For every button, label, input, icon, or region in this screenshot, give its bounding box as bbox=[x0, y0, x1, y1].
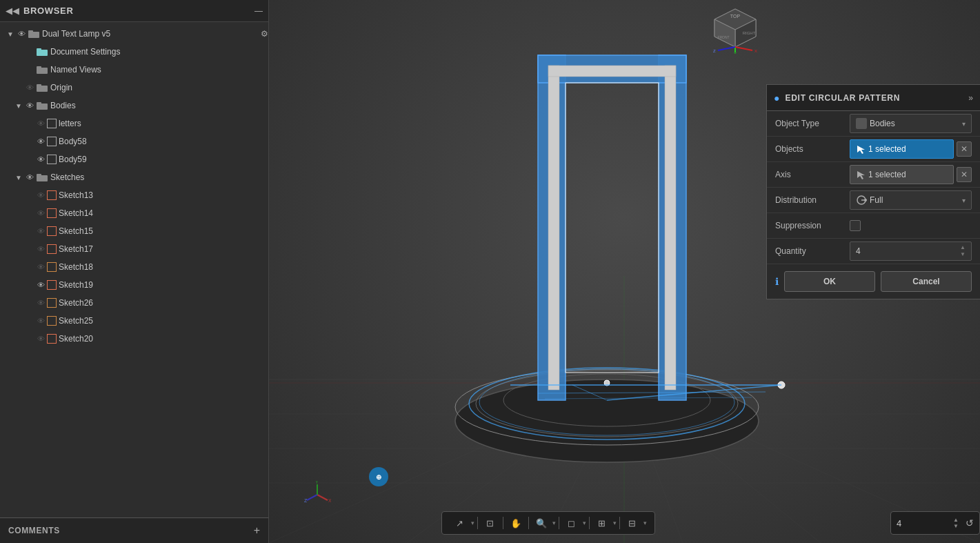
tree-item-sketch20[interactable]: 👁 Sketch20 bbox=[0, 330, 268, 348]
bodies-visibility-icon[interactable]: 👁 bbox=[23, 101, 36, 110]
objects-clear-button[interactable]: ✕ bbox=[957, 141, 972, 157]
tree-item-sketch18[interactable]: 👁 Sketch18 bbox=[0, 258, 268, 276]
ok-button[interactable]: OK bbox=[784, 271, 875, 292]
select-tool-arrow[interactable]: ▾ bbox=[471, 520, 474, 526]
tree-item-body59[interactable]: 👁 Body59 bbox=[0, 150, 268, 168]
sketch18-label: Sketch18 bbox=[59, 262, 93, 272]
sk15-vis[interactable]: 👁 bbox=[34, 227, 47, 235]
toolbar-divider-1 bbox=[477, 517, 478, 529]
sk17-vis[interactable]: 👁 bbox=[34, 245, 47, 253]
comments-bar: COMMENTS + bbox=[0, 517, 269, 543]
distribution-dropdown[interactable]: Full ▾ bbox=[850, 190, 972, 210]
bodies-label: Bodies bbox=[50, 101, 76, 110]
tree-item-named-views[interactable]: Named Views bbox=[0, 61, 268, 79]
view-cube-button[interactable]: ◻ bbox=[562, 514, 581, 532]
grid-arrow[interactable]: ▾ bbox=[613, 520, 617, 526]
quantity-input[interactable]: 4 ▲ ▼ bbox=[850, 241, 972, 261]
tree-item-bodies[interactable]: ▼ 👁 Bodies bbox=[0, 97, 268, 115]
settings-icon[interactable]: ⚙ bbox=[261, 29, 268, 39]
browser-back-icon[interactable]: ◀◀ bbox=[6, 6, 19, 16]
sk18-vis[interactable]: 👁 bbox=[34, 263, 47, 271]
tree-item-letters[interactable]: 👁 letters bbox=[0, 115, 268, 132]
suppression-checkbox[interactable] bbox=[850, 220, 861, 231]
tree-item-sketch19[interactable]: 👁 Sketch19 bbox=[0, 276, 268, 294]
sk25-vis[interactable]: 👁 bbox=[34, 317, 47, 325]
ecp-expand-icon[interactable]: » bbox=[968, 93, 973, 103]
cancel-button[interactable]: Cancel bbox=[881, 271, 972, 292]
tree-item-sketch25[interactable]: 👁 Sketch25 bbox=[0, 312, 268, 330]
tree-item-sketches[interactable]: ▼ 👁 Sketches bbox=[0, 168, 268, 186]
zoom-tool-arrow[interactable]: ▾ bbox=[552, 520, 556, 526]
info-icon[interactable]: ℹ bbox=[775, 276, 779, 287]
pan-tool-button[interactable]: ✋ bbox=[506, 514, 526, 532]
svg-rect-9 bbox=[37, 102, 41, 105]
object-type-arrow-icon: ▾ bbox=[962, 120, 966, 128]
letters-visibility-icon[interactable]: 👁 bbox=[34, 119, 47, 128]
tree-item-origin[interactable]: 👁 Origin bbox=[0, 79, 268, 97]
snap-button[interactable]: ⊟ bbox=[623, 514, 642, 532]
visibility-icon[interactable]: 👁 bbox=[15, 30, 28, 38]
select-tool-button[interactable]: ↗ bbox=[450, 514, 470, 532]
sk14-vis[interactable]: 👁 bbox=[34, 209, 47, 217]
nav-cube[interactable]: TOP RIGHT FRONT Y X Z bbox=[711, 6, 759, 54]
browser-collapse-icon[interactable]: — bbox=[254, 6, 263, 16]
object-type-control: Bodies ▾ bbox=[850, 114, 972, 133]
tree-item-body58[interactable]: 👁 Body58 bbox=[0, 132, 268, 150]
svg-text:RIGHT: RIGHT bbox=[743, 31, 756, 35]
view-cube-arrow[interactable]: ▾ bbox=[583, 520, 586, 526]
object-type-value: Bodies bbox=[870, 119, 959, 128]
origin-visibility-icon[interactable]: 👁 bbox=[23, 83, 36, 92]
svg-text:X: X bbox=[328, 498, 331, 503]
zoom-tool-button[interactable]: 🔍 bbox=[532, 514, 551, 532]
body59-visibility-icon[interactable]: 👁 bbox=[34, 155, 47, 164]
tree-item-sketch14[interactable]: 👁 Sketch14 bbox=[0, 204, 268, 222]
quantity-field-stepper[interactable]: ▲ ▼ bbox=[960, 244, 966, 257]
tree-item-sketch17[interactable]: 👁 Sketch17 bbox=[0, 240, 268, 258]
objects-selected-button[interactable]: 1 selected bbox=[850, 139, 954, 159]
tree-item-sketch26[interactable]: 👁 Sketch26 bbox=[0, 294, 268, 312]
display-tool-button[interactable]: ⊡ bbox=[481, 514, 500, 532]
add-comment-button[interactable]: + bbox=[254, 524, 260, 537]
tree-item-document-settings[interactable]: Document Settings bbox=[0, 43, 268, 61]
ecp-panel: ● EDIT CIRCULAR PATTERN » Object Type Bo… bbox=[766, 84, 980, 299]
svg-rect-5 bbox=[37, 66, 41, 69]
svg-rect-7 bbox=[37, 84, 41, 87]
axis-selected-button[interactable]: 1 selected bbox=[850, 165, 954, 184]
object-type-row: Object Type Bodies ▾ bbox=[767, 111, 980, 137]
sk26-vis[interactable]: 👁 bbox=[34, 299, 47, 307]
objects-value: 1 selected bbox=[868, 144, 906, 154]
quantity-decrement[interactable]: ▼ bbox=[953, 524, 959, 529]
tree-item-sketch15[interactable]: 👁 Sketch15 bbox=[0, 222, 268, 240]
snap-arrow[interactable]: ▾ bbox=[643, 520, 647, 526]
toolbar-divider-6 bbox=[619, 517, 620, 529]
grid-button[interactable]: ⊞ bbox=[592, 514, 612, 532]
comments-label: COMMENTS bbox=[8, 526, 60, 535]
quantity-stepper[interactable]: ▲ ▼ bbox=[953, 517, 959, 529]
tree-root-item[interactable]: ▼ 👁 Dual Text Lamp v5 ⚙ bbox=[0, 25, 268, 43]
tree-item-sketch13[interactable]: 👁 Sketch13 bbox=[0, 186, 268, 204]
sketch17-label: Sketch17 bbox=[59, 244, 93, 254]
body58-visibility-icon[interactable]: 👁 bbox=[34, 137, 47, 146]
quantity-increment[interactable]: ▲ bbox=[953, 517, 959, 523]
cursor-icon bbox=[856, 144, 866, 154]
sketches-visibility-icon[interactable]: 👁 bbox=[23, 173, 36, 181]
axis-clear-button[interactable]: ✕ bbox=[957, 167, 972, 182]
body58-label: Body58 bbox=[59, 137, 87, 146]
browser-panel: ◀◀ BROWSER — ▼ 👁 Dual Text Lamp v5 ⚙ bbox=[0, 0, 269, 517]
sk13-vis[interactable]: 👁 bbox=[34, 191, 47, 199]
toolbar-divider-2 bbox=[503, 517, 503, 529]
distribution-value: Full bbox=[870, 195, 959, 205]
object-type-dropdown[interactable]: Bodies ▾ bbox=[850, 114, 972, 133]
quantity-down-icon[interactable]: ▼ bbox=[960, 251, 966, 258]
quantity-control: 4 ▲ ▼ bbox=[850, 241, 972, 261]
quantity-row: Quantity 4 ▲ ▼ bbox=[767, 239, 980, 264]
quantity-up-icon[interactable]: ▲ bbox=[960, 244, 966, 251]
quantity-reset-button[interactable]: ↺ bbox=[966, 517, 974, 529]
body58-shape-icon bbox=[47, 137, 57, 146]
sk19-vis[interactable]: 👁 bbox=[34, 281, 47, 289]
svg-text:Y: Y bbox=[315, 481, 319, 484]
sk20-vis[interactable]: 👁 bbox=[34, 335, 47, 343]
sketch18-shape-icon bbox=[47, 262, 57, 272]
suppression-control bbox=[850, 220, 972, 231]
svg-line-53 bbox=[718, 47, 735, 50]
